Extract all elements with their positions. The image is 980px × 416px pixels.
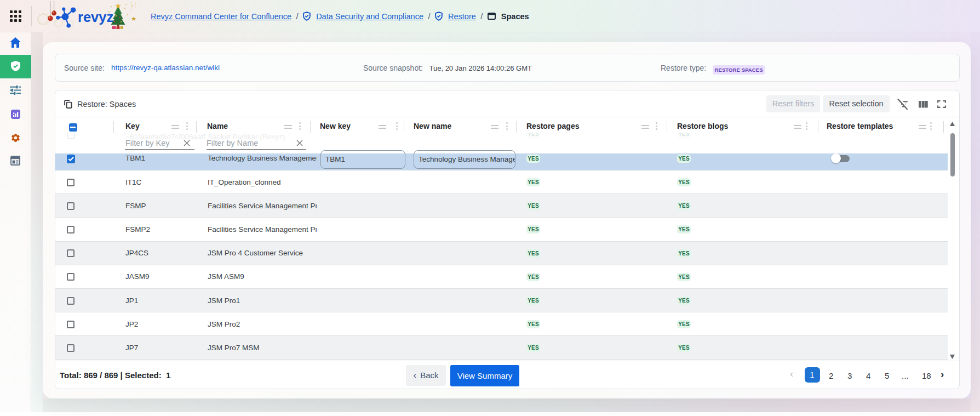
svg-text:revyz: revyz (78, 9, 113, 25)
